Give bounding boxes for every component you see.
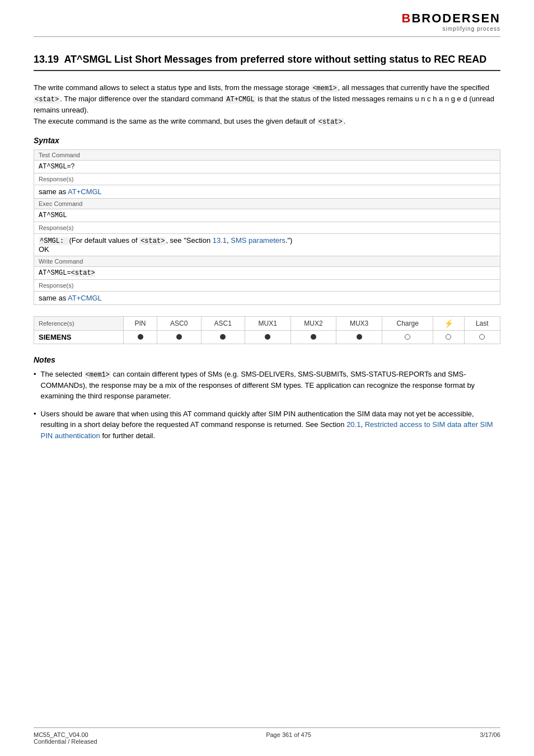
logo: BBRODERSEN simplifying process	[402, 11, 500, 32]
siemens-mux1	[245, 330, 291, 344]
section-title: 13.19 AT^SMGL List Short Messages from p…	[34, 54, 500, 71]
note-2: Users should be aware that when using th…	[34, 408, 500, 442]
col-asc0-header: ASC0	[157, 316, 201, 330]
dot-last1	[446, 334, 451, 340]
dot-pin	[138, 334, 143, 340]
col-last2-header: Last	[464, 316, 500, 330]
col-last1-header: ⚡	[433, 316, 464, 330]
response-value-3: same as AT+CMGL	[34, 291, 500, 304]
response-value-2: ^SMGL: (For default values of <stat>, se…	[34, 233, 500, 256]
siemens-asc1	[201, 330, 245, 344]
body-paragraph-1: The write command allows to select a sta…	[34, 82, 500, 127]
response-label-3: Response(s)	[34, 279, 500, 291]
col-mux2-header: MUX2	[291, 316, 336, 330]
footer-center: Page 361 of 475	[266, 731, 311, 745]
logo-text: BBRODERSEN	[402, 11, 500, 26]
exec-command-code: AT^SMGL	[34, 209, 500, 222]
mem1-note: <mem1>	[85, 371, 111, 379]
header: BBRODERSEN simplifying process	[34, 11, 500, 37]
response-label-2: Response(s)	[34, 222, 500, 233]
write-command-label: Write Command	[34, 256, 500, 266]
siemens-mux3	[336, 330, 382, 344]
dot-asc0	[176, 334, 182, 340]
reference-value: SIEMENS	[34, 330, 124, 344]
mem1-code: <mem1>	[311, 84, 338, 92]
siemens-pin	[124, 330, 157, 344]
at-cmgl-link-1[interactable]: AT+CMGL	[68, 187, 102, 196]
siemens-charge	[382, 330, 433, 344]
dot-mux3	[357, 334, 362, 340]
syntax-heading: Syntax	[34, 136, 500, 145]
at-cmgl-code-1: AT+CMGL	[225, 96, 255, 104]
dot-charge	[405, 334, 410, 340]
stat-ref: <stat>	[139, 237, 166, 245]
section-heading: 13.19 AT^SMGL List Short Messages from p…	[34, 54, 500, 65]
notes-heading: Notes	[34, 355, 500, 364]
smgl-prefix: ^SMGL:	[39, 237, 69, 245]
write-command-code: AT^SMGL=<stat>	[34, 266, 500, 279]
siemens-asc0	[157, 330, 201, 344]
col-mux3-header: MUX3	[336, 316, 382, 330]
footer-left: MC55_ATC_V04.00 Confidential / Released	[34, 731, 97, 745]
col-pin-header: PIN	[124, 316, 157, 330]
col-charge-header: Charge	[382, 316, 433, 330]
dot-asc1	[220, 334, 226, 340]
exec-command-label: Exec Command	[34, 198, 500, 209]
siemens-mux2	[291, 330, 336, 344]
note-1: The selected <mem1> can contain differen…	[34, 369, 500, 402]
siemens-last2	[464, 330, 500, 344]
stat-code-1: <stat>	[34, 96, 60, 104]
test-command-label: Test Command	[34, 149, 500, 160]
test-command-code: AT^SMGL=?	[34, 160, 500, 173]
reference-label: Reference(s)	[34, 316, 124, 330]
syntax-table: Test Command AT^SMGL=? Response(s) same …	[34, 149, 500, 305]
response-label-1: Response(s)	[34, 173, 500, 185]
sms-params-link[interactable]: SMS parameters	[231, 236, 285, 245]
col-mux1-header: MUX1	[245, 316, 291, 330]
section-20-1-link[interactable]: 20.1	[346, 420, 360, 429]
stat-code-2: <stat>	[317, 118, 344, 126]
section-13-1-link[interactable]: 13.1	[213, 236, 227, 245]
at-cmgl-link-3[interactable]: AT+CMGL	[68, 294, 102, 302]
dot-last2	[479, 334, 485, 340]
response-value-1: same as AT+CMGL	[34, 185, 500, 198]
siemens-last1	[433, 330, 464, 344]
dot-mux1	[265, 334, 270, 340]
footer: MC55_ATC_V04.00 Confidential / Released …	[34, 727, 500, 745]
logo-tagline: simplifying process	[443, 26, 500, 32]
col-asc1-header: ASC1	[201, 316, 245, 330]
footer-right: 3/17/06	[480, 731, 500, 745]
reference-table: Reference(s) PIN ASC0 ASC1 MUX1 MUX2 MUX…	[34, 316, 500, 344]
dot-mux2	[311, 334, 316, 340]
notes-list: The selected <mem1> can contain differen…	[34, 369, 500, 442]
page: BBRODERSEN simplifying process 13.19 AT^…	[0, 0, 534, 756]
